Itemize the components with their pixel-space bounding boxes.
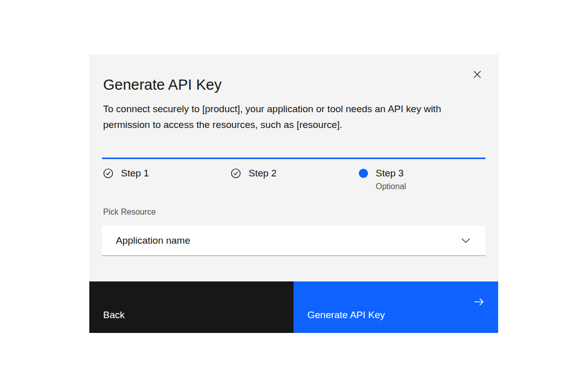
- close-icon: [472, 69, 482, 80]
- modal-title: Generate API Key: [103, 76, 222, 93]
- progress-indicator-line: [102, 158, 485, 159]
- modal-description: To connect securely to [product], your a…: [103, 101, 469, 133]
- chevron-down-icon: [461, 238, 470, 243]
- generate-api-key-modal: Generate API Key To connect securely to …: [89, 54, 498, 333]
- checkmark-circle-icon: [103, 168, 113, 178]
- step-label: Step 2: [249, 168, 277, 178]
- checkmark-circle-icon: [231, 168, 241, 178]
- close-button[interactable]: [469, 66, 485, 83]
- resource-dropdown[interactable]: Application name: [102, 226, 485, 256]
- dropdown-field-label: Pick Resource: [103, 206, 156, 217]
- back-button[interactable]: Back: [89, 281, 293, 333]
- progress-step-2[interactable]: Step 2: [230, 167, 357, 192]
- progress-step-3-current[interactable]: Step 3 Optional: [357, 167, 485, 192]
- arrow-right-icon: [473, 296, 484, 307]
- modal-footer: Back Generate API Key: [89, 281, 498, 333]
- step-label: Step 1: [121, 168, 149, 178]
- step-optional-label: Optional: [376, 181, 406, 192]
- dropdown-selected-value: Application name: [116, 235, 190, 246]
- generate-api-key-button[interactable]: Generate API Key: [293, 281, 498, 333]
- current-step-dot-icon: [359, 169, 368, 178]
- progress-indicator: Step 1 Step 2 Step 3 Optional: [102, 167, 485, 192]
- step-label: Step 3: [376, 168, 404, 178]
- primary-button-label: Generate API Key: [307, 309, 385, 320]
- progress-step-1[interactable]: Step 1: [102, 167, 230, 192]
